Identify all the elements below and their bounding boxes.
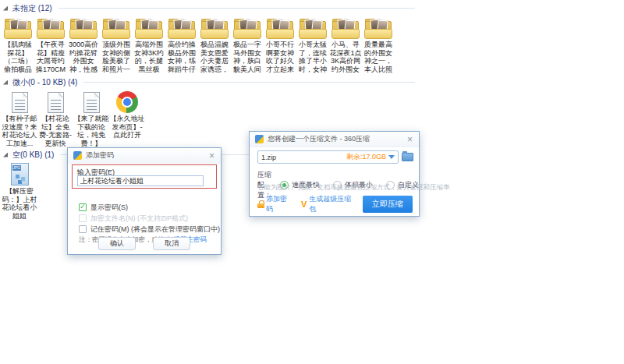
folder-icon (4, 18, 32, 39)
folder-icon (135, 18, 163, 39)
folder-icon (102, 18, 130, 39)
checkbox-remember-password[interactable]: 记住密码(M) (将会显示在管理密码窗口中) (79, 224, 220, 234)
dialog-title: 您将创建一个压缩文件 - 360压缩 (268, 134, 402, 144)
file-label: 高端外围女神3K约的，长腿黑丝极品，... (133, 41, 165, 73)
file-label: 【肌肉猛探花】（二场）偷拍极品外围女... (2, 41, 34, 73)
checkbox-label: 显示密码(S) (90, 203, 128, 213)
checkbox-unchecked-icon[interactable] (79, 225, 87, 233)
super-zip-label: 生成超级压缩包 (309, 194, 352, 214)
password-dialog-icon (73, 151, 82, 160)
add-password-dialog: 添加密码 × 输入密码(E) 显示密码(S) 加密文件名(N) (不支持ZIP格… (67, 147, 222, 255)
text-file-item[interactable]: 【村花论坛】全免费-无套路-更新快 (37, 90, 73, 147)
folder-icon (332, 18, 360, 39)
browse-folder-icon[interactable] (402, 153, 413, 161)
group-title: 微小(0 - 10 KB) (4) (12, 77, 77, 88)
folder-item[interactable]: 极品一字马外围女神，肤白貌美人间尤物，... (231, 16, 264, 73)
dialog-titlebar[interactable]: 您将创建一个压缩文件 - 360压缩 × (250, 132, 419, 147)
jpg-file-icon (11, 163, 29, 186)
folder-item[interactable]: 极品温婉美女恩爱小夫妻居家诱惑，舌吻... (198, 16, 231, 73)
file-label: 小哥不行啊要女神吹了好久才立起来竟双推... (264, 41, 296, 73)
folder-icon (266, 18, 294, 39)
folder-item[interactable]: 小哥不行啊要女神吹了好久才立起来竟双推... (264, 16, 296, 73)
super-zip-link[interactable]: V 生成超级压缩包 (301, 194, 353, 214)
free-space-text: 剩余:17.0GB (346, 152, 386, 162)
file-label: 【村花论坛】全免费-无套路-更新快 (37, 115, 73, 147)
lock-icon (257, 200, 264, 208)
group-title: 空(0 KB) (1) (12, 150, 54, 161)
text-file-item[interactable]: 【有种子邮没速度？来村花论坛人工加速... (2, 90, 37, 147)
password-input[interactable] (77, 175, 204, 186)
checkbox-label: 记住密码(M) (将会显示在管理密码窗口中) (90, 224, 220, 235)
cancel-button[interactable]: 取消 (153, 237, 190, 250)
file-label: 【有种子邮没速度？来村花论坛人工加速... (2, 115, 37, 147)
folder-item[interactable]: 质量最高的外围女神之一，本人比照片还漂... (362, 16, 395, 73)
hint-text: 智能为图片、视频、文档等挑选最优压缩方式，兼具速度和压缩率 (257, 183, 450, 193)
folder-item[interactable]: 高价约操极品外围女神，练舞蹈牛仔裤一... (165, 16, 198, 73)
text-file-icon (12, 92, 28, 113)
add-password-label: 添加密码 (266, 194, 291, 214)
folder-item[interactable]: 小马、寻花深夜1点3K高价网约外围女神,齐... (329, 16, 362, 73)
file-label: 【来了就能下载的论坛，纯免费！】 (73, 115, 109, 147)
group-rule (83, 82, 415, 83)
close-icon[interactable]: × (406, 135, 413, 144)
filename-field[interactable]: 1.zip 剩余:17.0GB (257, 150, 399, 164)
html-link-item[interactable]: 【永久地址发布页】-点此打开 (109, 90, 145, 147)
dialog-title: 添加密码 (86, 150, 204, 161)
confirm-button[interactable]: 确认 (98, 237, 136, 250)
group-count: (1) (44, 150, 54, 159)
dialog-titlebar[interactable]: 添加密码 × (68, 148, 221, 164)
filename-value[interactable]: 1.zip (261, 154, 344, 161)
add-password-link[interactable]: 添加密码 (257, 194, 291, 214)
folder-icon (69, 18, 98, 39)
v-icon: V (301, 200, 307, 209)
collapse-triangle-icon[interactable] (3, 80, 8, 85)
file-label: 极品温婉美女恩爱小夫妻居家诱惑，舌吻... (198, 41, 231, 73)
folder-item[interactable]: 高端外围女神3K约的，长腿黑丝极品，... (133, 16, 165, 73)
compress-now-button[interactable]: 立即压缩 (363, 196, 413, 213)
file-label: 质量最高的外围女神之一，本人比照片还漂... (362, 41, 395, 73)
checkbox-show-password[interactable]: 显示密码(S) (79, 203, 128, 212)
folder-icon (233, 18, 261, 39)
folder-icon (168, 18, 196, 39)
chrome-icon (116, 91, 138, 113)
group-rule (58, 8, 415, 9)
text-file-item[interactable]: 【来了就能下载的论坛，纯免费！】 (73, 90, 109, 147)
collapse-triangle-icon[interactable] (3, 153, 8, 157)
folder-icon (364, 18, 392, 39)
folder-icon (37, 18, 65, 39)
text-file-icon (83, 92, 100, 113)
jpg-file-item[interactable]: 【解压密码：】上村花论坛看小姐姐 (2, 162, 37, 220)
close-icon[interactable]: × (208, 151, 215, 161)
file-label: 顶级外围女神的侧脸美极了和照片一样美这... (100, 41, 133, 73)
group-title: 未指定 (12) (12, 3, 52, 14)
folder-item[interactable]: 3000高价约操花臂外围女神，性感小吊带... (67, 16, 100, 73)
folder-icon (200, 18, 229, 39)
folder-icon (299, 18, 327, 39)
group-header-unspecified[interactable]: 未指定 (12) (0, 2, 418, 14)
file-label: 极品一字马外围女神，肤白貌美人间尤物，... (231, 41, 264, 73)
file-label: 【午夜寻花】精瘦大屌哥约操170CM顶... (34, 41, 67, 73)
chevron-down-icon[interactable] (388, 155, 395, 159)
group-name: 微小(0 - 10 KB) (12, 78, 66, 87)
group-header-tiny[interactable]: 微小(0 - 10 KB) (4) (0, 76, 418, 88)
folder-item[interactable]: 顶级外围女神的侧脸美极了和照片一样美这... (100, 16, 133, 73)
collapse-triangle-icon[interactable] (3, 6, 8, 11)
file-label: 【永久地址发布页】-点此打开 (109, 115, 145, 140)
group-name: 空(0 KB) (12, 150, 42, 159)
group-count: (4) (68, 78, 77, 87)
zip-dialog-icon (255, 135, 264, 143)
group-count: (12) (38, 4, 52, 12)
file-label: 【解压密码：】上村花论坛看小姐姐 (2, 187, 37, 220)
checkbox-checked-icon[interactable] (79, 203, 87, 211)
file-label: 小马、寻花深夜1点3K高价网约外围女神,齐... (329, 41, 362, 73)
checkbox-disabled-icon (79, 214, 87, 222)
folder-item[interactable]: 小哥太猛了，连续操了半小时，女神级别... (296, 16, 329, 73)
create-archive-dialog: 您将创建一个压缩文件 - 360压缩 × 1.zip 剩余:17.0GB 压缩配… (249, 131, 420, 217)
file-label: 小哥太猛了，连续操了半小时，女神级别... (296, 41, 329, 73)
checkbox-encrypt-filename: 加密文件名(N) (不支持ZIP格式) (79, 214, 188, 223)
file-label: 3000高价约操花臂外围女神，性感小吊带... (67, 41, 100, 73)
folder-item[interactable]: 【肌肉猛探花】（二场）偷拍极品外围女... (2, 16, 34, 73)
file-label: 高价约操极品外围女神，练舞蹈牛仔裤一... (165, 41, 198, 73)
folder-item[interactable]: 【午夜寻花】精瘦大屌哥约操170CM顶... (34, 16, 67, 73)
group-name: 未指定 (12, 4, 36, 12)
